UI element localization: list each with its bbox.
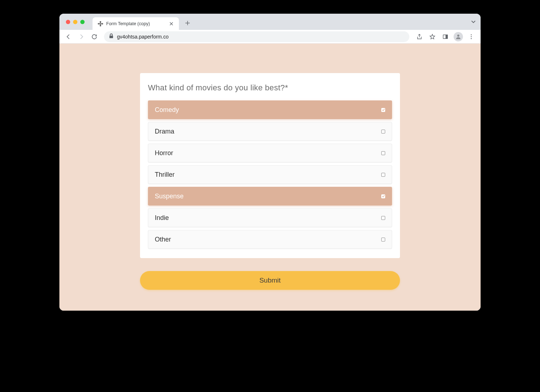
option-label: Horror	[155, 149, 173, 157]
option-item[interactable]: Comedy	[148, 100, 392, 119]
lock-icon	[109, 33, 113, 40]
minimize-window-button[interactable]	[73, 20, 77, 24]
toolbar-actions	[414, 31, 477, 42]
option-label: Indie	[155, 214, 169, 222]
close-tab-button[interactable]	[169, 21, 174, 26]
bookmark-star-icon[interactable]	[427, 31, 438, 42]
paperform-favicon-icon	[98, 21, 103, 27]
option-item[interactable]: Horror	[148, 144, 392, 162]
back-button[interactable]	[63, 31, 74, 42]
checkbox-icon	[381, 238, 385, 242]
option-label: Thriller	[155, 171, 175, 179]
option-label: Other	[155, 236, 171, 243]
question-text: What kind of movies do you like best?*	[148, 83, 392, 93]
form-card: What kind of movies do you like best?* C…	[140, 73, 400, 258]
maximize-window-button[interactable]	[80, 20, 85, 24]
svg-point-9	[457, 35, 459, 37]
toolbar: gv4ohtsa.paperform.co	[59, 30, 481, 44]
svg-point-12	[471, 38, 472, 39]
side-panel-icon[interactable]	[440, 31, 451, 42]
svg-rect-8	[446, 35, 448, 39]
address-bar[interactable]: gv4ohtsa.paperform.co	[104, 31, 409, 42]
option-item[interactable]: Indie	[148, 208, 392, 227]
option-label: Suspense	[155, 193, 184, 200]
tab-bar: Form Template (copy)	[59, 14, 481, 30]
svg-point-4	[102, 23, 103, 24]
option-item[interactable]: Suspense	[148, 187, 392, 206]
svg-point-3	[98, 23, 99, 24]
browser-window: Form Template (copy) gv4ohtsa.paperform.…	[59, 14, 481, 311]
page-content: What kind of movies do you like best?* C…	[59, 44, 481, 311]
checkbox-icon	[381, 173, 385, 177]
url-text: gv4ohtsa.paperform.co	[117, 34, 168, 40]
svg-point-11	[471, 36, 472, 37]
close-window-button[interactable]	[66, 20, 70, 24]
avatar-icon	[454, 32, 463, 41]
svg-point-1	[100, 21, 101, 22]
share-icon[interactable]	[414, 31, 425, 42]
profile-button[interactable]	[453, 31, 464, 42]
tab-title: Form Template (copy)	[106, 21, 166, 26]
reload-button[interactable]	[89, 31, 100, 42]
new-tab-button[interactable]	[183, 18, 193, 28]
option-label: Comedy	[155, 106, 179, 114]
options-list: ComedyDramaHorrorThrillerSuspenseIndieOt…	[148, 100, 392, 249]
window-controls	[66, 20, 85, 24]
forward-button[interactable]	[76, 31, 87, 42]
menu-button[interactable]	[465, 31, 477, 42]
tabs-dropdown-button[interactable]	[471, 19, 476, 24]
svg-point-10	[471, 34, 472, 35]
checkbox-icon	[381, 194, 385, 198]
option-item[interactable]: Thriller	[148, 165, 392, 184]
svg-rect-5	[109, 36, 113, 38]
checkbox-icon	[381, 130, 385, 134]
option-label: Drama	[155, 128, 174, 135]
checkbox-icon	[381, 216, 385, 220]
checkbox-icon	[381, 108, 385, 112]
browser-tab[interactable]: Form Template (copy)	[93, 17, 179, 30]
submit-button[interactable]: Submit	[140, 271, 400, 290]
checkbox-icon	[381, 151, 385, 155]
option-item[interactable]: Other	[148, 230, 392, 249]
option-item[interactable]: Drama	[148, 122, 392, 141]
svg-point-2	[100, 25, 101, 26]
svg-point-0	[100, 23, 101, 24]
